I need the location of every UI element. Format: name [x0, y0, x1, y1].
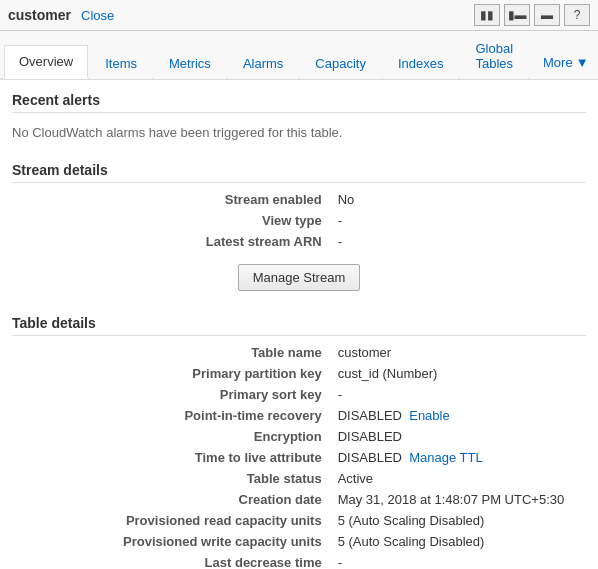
ttl-label: Time to live attribute: [12, 447, 328, 468]
view-type-value: -: [328, 210, 586, 231]
encryption-value: DISABLED: [328, 426, 586, 447]
ttl-value: DISABLED Manage TTL: [328, 447, 586, 468]
table-row: Stream enabled No: [12, 189, 586, 210]
table-details-title: Table details: [12, 315, 586, 336]
primary-sort-key-value: -: [328, 384, 586, 405]
view-icon-btn-1[interactable]: ▮▮: [474, 4, 500, 26]
view-icon-btn-3[interactable]: ▬: [534, 4, 560, 26]
table-details-section: Table details Table name customer Primar…: [12, 315, 586, 569]
more-chevron-icon: ▼: [576, 55, 589, 70]
tab-more[interactable]: More ▼: [530, 46, 598, 79]
table-row: Provisioned read capacity units 5 (Auto …: [12, 510, 586, 531]
table-name-label: Table name: [12, 342, 328, 363]
tab-items[interactable]: Items: [90, 47, 152, 79]
top-bar-left: customer Close: [8, 7, 114, 23]
pitr-label: Point-in-time recovery: [12, 405, 328, 426]
table-row: Time to live attribute DISABLED Manage T…: [12, 447, 586, 468]
tab-metrics[interactable]: Metrics: [154, 47, 226, 79]
creation-date-label: Creation date: [12, 489, 328, 510]
table-row: Encryption DISABLED: [12, 426, 586, 447]
manage-stream-btn-row: Manage Stream: [12, 252, 586, 299]
top-bar-icons: ▮▮ ▮▬ ▬ ?: [474, 4, 590, 26]
table-row: Primary partition key cust_id (Number): [12, 363, 586, 384]
close-link[interactable]: Close: [81, 8, 114, 23]
alert-message: No CloudWatch alarms have been triggered…: [12, 119, 586, 146]
tab-overview[interactable]: Overview: [4, 45, 88, 79]
tab-global-tables[interactable]: Global Tables: [460, 32, 528, 79]
main-content: Recent alerts No CloudWatch alarms have …: [0, 80, 598, 569]
creation-date-value: May 31, 2018 at 1:48:07 PM UTC+5:30: [328, 489, 586, 510]
tab-indexes[interactable]: Indexes: [383, 47, 459, 79]
recent-alerts-section: Recent alerts No CloudWatch alarms have …: [12, 92, 586, 146]
tab-alarms[interactable]: Alarms: [228, 47, 298, 79]
help-icon-btn[interactable]: ?: [564, 4, 590, 26]
stream-details-title: Stream details: [12, 162, 586, 183]
read-capacity-value: 5 (Auto Scaling Disabled): [328, 510, 586, 531]
table-row: Table name customer: [12, 342, 586, 363]
enable-pitr-link[interactable]: Enable: [409, 408, 449, 423]
table-name-value: customer: [328, 342, 586, 363]
last-decrease-label: Last decrease time: [12, 552, 328, 569]
view-icon-btn-2[interactable]: ▮▬: [504, 4, 530, 26]
table-row: Provisioned write capacity units 5 (Auto…: [12, 531, 586, 552]
table-name: customer: [8, 7, 71, 23]
last-decrease-value: -: [328, 552, 586, 569]
tab-capacity[interactable]: Capacity: [300, 47, 381, 79]
table-row: Last decrease time -: [12, 552, 586, 569]
stream-enabled-value: No: [328, 189, 586, 210]
pitr-value: DISABLED Enable: [328, 405, 586, 426]
stream-details-table: Stream enabled No View type - Latest str…: [12, 189, 586, 252]
primary-partition-key-value: cust_id (Number): [328, 363, 586, 384]
stream-details-section: Stream details Stream enabled No View ty…: [12, 162, 586, 299]
table-row: Point-in-time recovery DISABLED Enable: [12, 405, 586, 426]
write-capacity-value: 5 (Auto Scaling Disabled): [328, 531, 586, 552]
encryption-label: Encryption: [12, 426, 328, 447]
latest-stream-arn-label: Latest stream ARN: [12, 231, 328, 252]
table-status-label: Table status: [12, 468, 328, 489]
table-row: View type -: [12, 210, 586, 231]
table-row: Latest stream ARN -: [12, 231, 586, 252]
latest-stream-arn-value: -: [328, 231, 586, 252]
table-row: Creation date May 31, 2018 at 1:48:07 PM…: [12, 489, 586, 510]
tabs-bar: Overview Items Metrics Alarms Capacity I…: [0, 31, 598, 80]
table-row: Primary sort key -: [12, 384, 586, 405]
stream-enabled-label: Stream enabled: [12, 189, 328, 210]
primary-partition-key-label: Primary partition key: [12, 363, 328, 384]
table-details-table: Table name customer Primary partition ke…: [12, 342, 586, 569]
table-row: Table status Active: [12, 468, 586, 489]
top-bar: customer Close ▮▮ ▮▬ ▬ ?: [0, 0, 598, 31]
more-label: More: [543, 55, 573, 70]
table-status-value: Active: [328, 468, 586, 489]
manage-stream-button[interactable]: Manage Stream: [238, 264, 361, 291]
recent-alerts-title: Recent alerts: [12, 92, 586, 113]
manage-ttl-link[interactable]: Manage TTL: [409, 450, 482, 465]
read-capacity-label: Provisioned read capacity units: [12, 510, 328, 531]
primary-sort-key-label: Primary sort key: [12, 384, 328, 405]
write-capacity-label: Provisioned write capacity units: [12, 531, 328, 552]
view-type-label: View type: [12, 210, 328, 231]
